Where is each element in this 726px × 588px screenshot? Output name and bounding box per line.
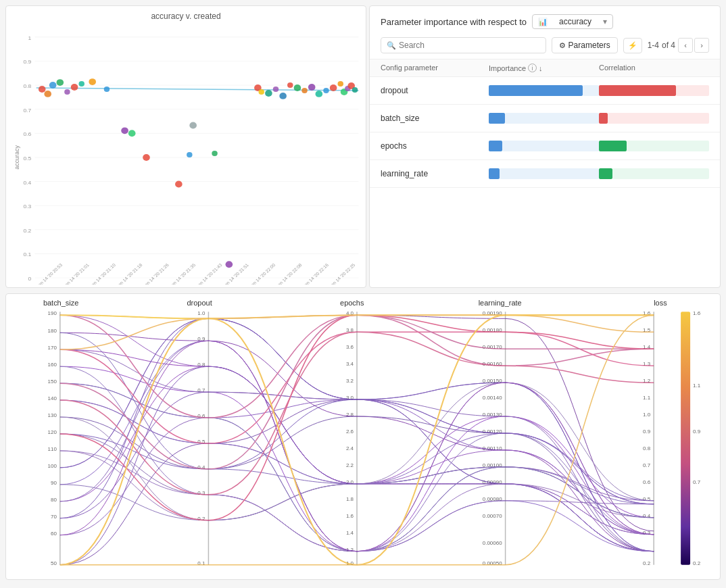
scatter-container: accuracy 0 0.1 0.2 0.3 0.4 0.5 <box>6 24 366 285</box>
svg-text:Jan 14 '20 22:25: Jan 14 '20 22:25 <box>329 262 356 285</box>
pagination-of: of 4 <box>662 41 675 50</box>
importance-bar-learning-rate <box>489 167 599 180</box>
svg-point-51 <box>187 152 193 157</box>
gear-icon: ⚙ <box>559 41 566 50</box>
svg-text:0.00060: 0.00060 <box>483 540 502 546</box>
svg-point-55 <box>258 89 264 95</box>
svg-text:0.00170: 0.00170 <box>483 344 502 350</box>
importance-bar-epochs <box>489 139 599 153</box>
param-name-dropout: dropout <box>381 86 489 95</box>
metric-value: accuracy <box>559 17 591 26</box>
svg-text:batch_size: batch_size <box>43 299 78 307</box>
corr-bar-epochs <box>599 139 709 153</box>
metric-selector[interactable]: 📊 accuracy ▾ <box>532 14 613 29</box>
svg-text:0.4: 0.4 <box>197 464 205 470</box>
importance-bar-dropout <box>489 84 599 97</box>
filter-button[interactable]: ⚡ <box>623 38 642 53</box>
next-page-button[interactable]: › <box>694 38 709 53</box>
svg-text:1.4: 1.4 <box>346 530 354 536</box>
svg-text:Jan 14 '20 20:53: Jan 14 '20 20:53 <box>35 262 63 285</box>
svg-text:Jan 14 '20 21:18: Jan 14 '20 21:18 <box>116 262 143 285</box>
parameters-button[interactable]: ⚙ Parameters <box>552 37 618 53</box>
svg-point-63 <box>316 91 323 97</box>
params-label: Parameters <box>568 41 610 50</box>
svg-text:0.4: 0.4 <box>643 513 651 519</box>
svg-point-57 <box>273 87 279 92</box>
svg-text:1.2: 1.2 <box>346 547 354 553</box>
svg-point-52 <box>212 151 218 156</box>
svg-text:120: 120 <box>48 429 57 435</box>
svg-text:Jan 14 '20 21:35: Jan 14 '20 21:35 <box>168 262 196 285</box>
chart-icon: 📊 <box>538 18 548 26</box>
svg-text:0.2: 0.2 <box>643 560 651 566</box>
svg-text:1: 1 <box>28 35 31 41</box>
svg-text:learning_rate: learning_rate <box>479 299 522 307</box>
search-input[interactable] <box>399 41 540 50</box>
svg-text:0.7: 0.7 <box>23 107 31 114</box>
param-name-learning-rate: learning_rate <box>381 169 489 178</box>
svg-point-44 <box>89 78 96 85</box>
svg-text:160: 160 <box>48 362 57 368</box>
svg-point-53 <box>226 261 233 268</box>
svg-text:60: 60 <box>51 531 57 537</box>
svg-text:Created: Created <box>344 283 365 285</box>
svg-text:1.6: 1.6 <box>346 513 354 519</box>
svg-text:0.8: 0.8 <box>643 445 651 451</box>
prev-page-button[interactable]: ‹ <box>678 38 693 53</box>
svg-text:0.2: 0.2 <box>197 516 205 522</box>
svg-text:190: 190 <box>48 310 57 316</box>
svg-point-61 <box>301 88 308 93</box>
svg-text:3.6: 3.6 <box>346 344 354 350</box>
svg-text:0.2: 0.2 <box>693 560 701 566</box>
svg-text:Jan 14 '20 21:10: Jan 14 '20 21:10 <box>89 262 116 285</box>
svg-point-38 <box>44 91 51 97</box>
col-config: Config parameter <box>381 64 489 72</box>
parallel-inner: batch_size dropout epochs learning_rate … <box>6 294 720 579</box>
svg-text:50: 50 <box>51 560 57 566</box>
svg-text:0.00070: 0.00070 <box>483 513 502 519</box>
svg-text:0.6: 0.6 <box>643 479 651 485</box>
svg-text:0.8: 0.8 <box>23 83 31 89</box>
table-row: dropout <box>370 77 720 105</box>
svg-text:140: 140 <box>48 395 57 401</box>
svg-text:0.00140: 0.00140 <box>483 395 502 401</box>
importance-header: Parameter importance with respect to 📊 a… <box>370 6 720 34</box>
svg-text:Jan 14 '20 22:08: Jan 14 '20 22:08 <box>275 262 303 285</box>
svg-text:loss: loss <box>654 299 667 307</box>
table-row: epochs <box>370 132 720 160</box>
svg-text:0.3: 0.3 <box>23 203 31 210</box>
importance-toolbar: 🔍 ⚙ Parameters ⚡ 1-4 of 4 ‹ › <box>370 34 720 59</box>
svg-text:2.4: 2.4 <box>346 445 354 451</box>
sort-icon: ↓ <box>539 64 543 72</box>
parallel-panel: batch_size dropout epochs learning_rate … <box>5 293 721 580</box>
svg-text:Jan 14 '20 22:00: Jan 14 '20 22:00 <box>248 262 276 285</box>
importance-bar-batch-size <box>489 112 599 125</box>
svg-text:2.6: 2.6 <box>346 428 354 435</box>
svg-text:Jan 14 '20 21:26: Jan 14 '20 21:26 <box>142 262 170 285</box>
corr-bar-batch-size <box>599 112 709 125</box>
scatter-title: accuracy v. created <box>6 6 366 24</box>
chevron-down-icon: ▾ <box>603 17 607 26</box>
svg-text:0.3: 0.3 <box>197 490 205 496</box>
importance-title: Parameter importance with respect to <box>381 17 527 27</box>
svg-text:3.2: 3.2 <box>346 378 354 384</box>
svg-point-66 <box>338 81 344 87</box>
parallel-coordinates-container: batch_size dropout epochs learning_rate … <box>0 291 726 585</box>
info-icon: i <box>528 64 537 72</box>
svg-text:1.6: 1.6 <box>693 310 701 316</box>
svg-text:150: 150 <box>48 378 57 385</box>
search-box[interactable]: 🔍 <box>381 37 546 53</box>
svg-text:110: 110 <box>48 446 57 452</box>
svg-text:0.6: 0.6 <box>23 132 31 138</box>
svg-text:accuracy: accuracy <box>14 145 20 170</box>
svg-point-59 <box>287 82 293 88</box>
svg-point-62 <box>308 84 316 91</box>
svg-text:0.9: 0.9 <box>643 428 651 435</box>
filter-icon: ⚡ <box>628 41 637 50</box>
svg-text:1.1: 1.1 <box>693 383 701 389</box>
svg-point-60 <box>294 84 301 91</box>
param-name-epochs: epochs <box>381 141 489 151</box>
svg-text:epochs: epochs <box>340 299 364 307</box>
svg-point-39 <box>49 82 57 89</box>
svg-text:3.4: 3.4 <box>346 361 354 367</box>
